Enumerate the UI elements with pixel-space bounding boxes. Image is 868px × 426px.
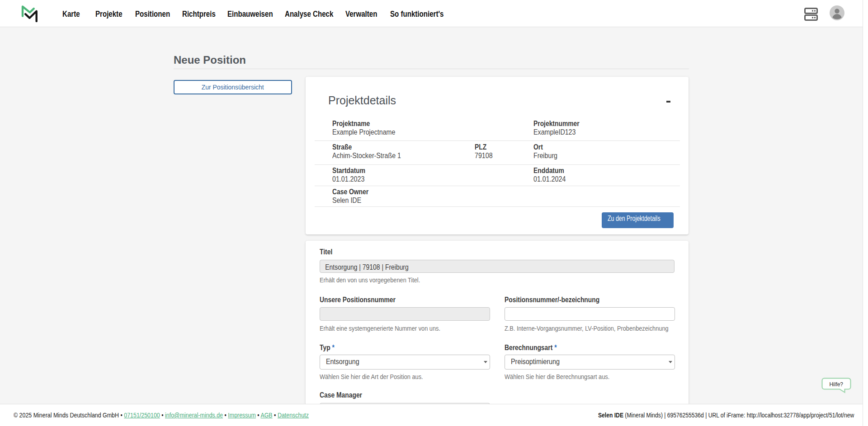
svg-text:Hilfe?: Hilfe? <box>830 381 844 388</box>
